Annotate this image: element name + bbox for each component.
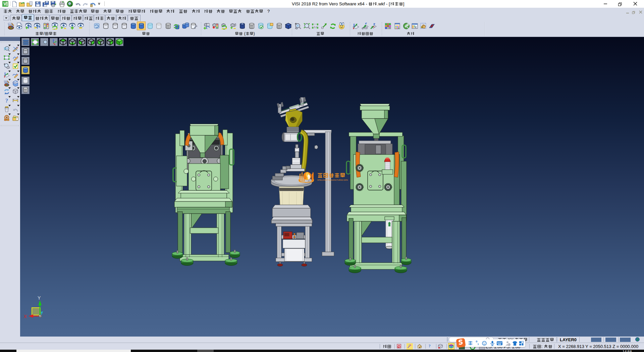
svg-text:1:1: 1:1 <box>313 25 317 28</box>
svg-text:7: 7 <box>508 344 510 346</box>
svg-text:V: V <box>3 1 6 6</box>
svg-text:INTELLIGENT MANUFACTURING DATA: INTELLIGENT MANUFACTURING DATA <box>317 179 348 181</box>
svg-text:?: ? <box>5 97 8 104</box>
svg-text:X: X <box>24 314 27 319</box>
svg-text:?: ? <box>429 344 431 348</box>
svg-text:Y: Y <box>38 295 41 301</box>
